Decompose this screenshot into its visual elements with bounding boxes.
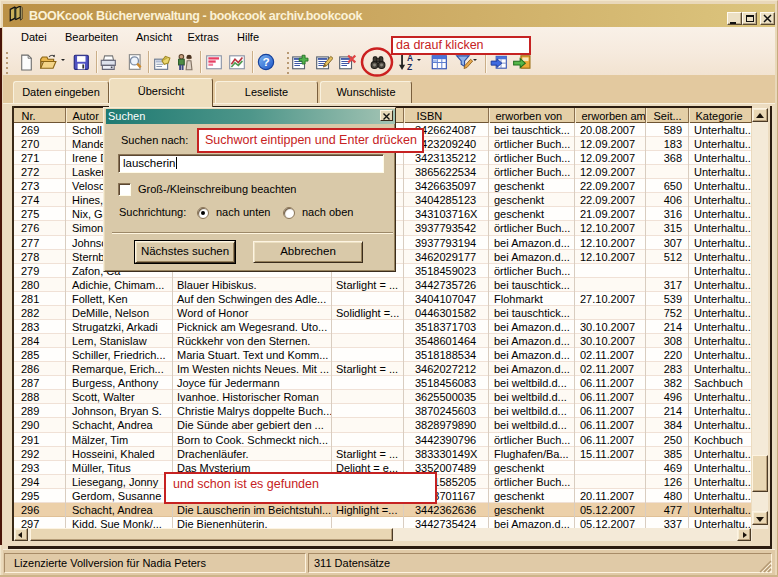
- svg-text:Z: Z: [407, 62, 412, 71]
- svg-text:?: ?: [262, 55, 269, 69]
